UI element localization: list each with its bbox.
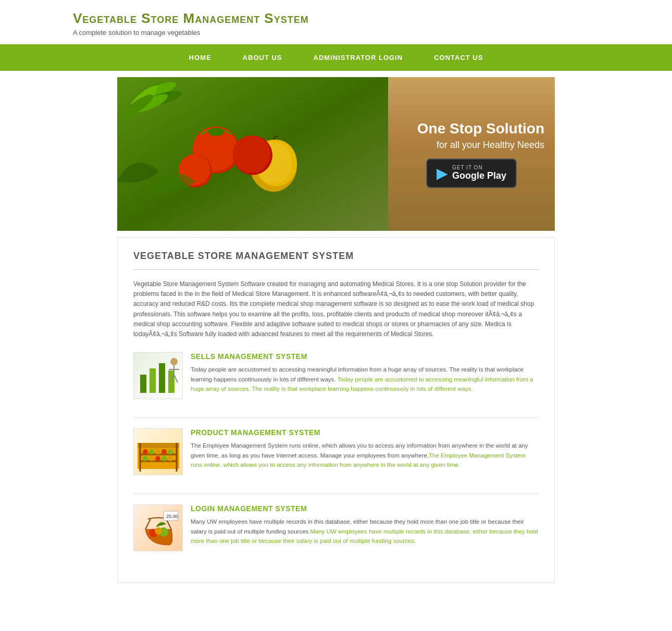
- feature-sells-desc: Today people are accustomed to accessing…: [191, 365, 539, 393]
- get-it-on-label: GET IT ON: [452, 165, 506, 170]
- svg-point-21: [170, 358, 178, 365]
- svg-point-33: [161, 449, 167, 454]
- svg-rect-27: [138, 443, 179, 448]
- play-store-icon: ▶: [437, 165, 448, 182]
- feature-login: 25.00 LOGIN MANAGEMENT SYSTEM Many UW em…: [133, 504, 539, 556]
- hero-vegetables-illustration: [117, 77, 388, 231]
- svg-point-39: [168, 456, 173, 461]
- svg-point-34: [168, 449, 173, 454]
- divider-2: [133, 493, 539, 494]
- svg-point-14: [233, 135, 270, 173]
- navigation: HOME ABOUT US ADMINISTRATOR LOGIN CONTAC…: [0, 44, 672, 71]
- svg-point-12: [208, 128, 224, 136]
- svg-line-42: [145, 519, 151, 529]
- svg-rect-19: [159, 363, 165, 393]
- feature-sells-content: SELLS MANAGEMENT SYSTEM Today people are…: [191, 352, 539, 399]
- feature-login-image: 25.00: [133, 504, 183, 551]
- nav-about[interactable]: ABOUT US: [227, 44, 298, 71]
- svg-point-35: [143, 456, 148, 461]
- nav-admin-login[interactable]: ADMINISTRATOR LOGIN: [298, 44, 419, 71]
- sells-illustration: [135, 354, 182, 398]
- hero-cta-area: One Stop Solution for all your Healthy N…: [388, 77, 555, 231]
- svg-line-25: [174, 375, 178, 382]
- site-title: Vegetable Store Management System: [73, 10, 599, 27]
- feature-product-title: PRODUCT MANAGEMENT SYSTEM: [191, 428, 539, 437]
- hero-image-left: [117, 77, 388, 231]
- svg-point-37: [155, 456, 160, 461]
- feature-login-title: LOGIN MANAGEMENT SYSTEM: [191, 504, 539, 513]
- feature-sells-image: [133, 352, 183, 399]
- hero-headline: One Stop Solution: [399, 120, 544, 137]
- hero-banner: One Stop Solution for all your Healthy N…: [117, 77, 555, 231]
- feature-product-content: PRODUCT MANAGEMENT SYSTEM The Employee M…: [191, 428, 539, 475]
- svg-point-46: [155, 527, 162, 535]
- svg-text:25.00: 25.00: [166, 514, 178, 519]
- main-content: VEGETABLE STORE MANAGEMENT SYSTEM Vegeta…: [117, 237, 555, 583]
- google-play-label: Google Play: [452, 170, 506, 181]
- svg-point-32: [155, 449, 160, 454]
- svg-point-38: [161, 456, 167, 461]
- feature-product-image: [133, 428, 183, 475]
- site-subtitle: A complete solution to manage vegetables: [73, 29, 599, 36]
- login-illustration: 25.00: [135, 506, 182, 550]
- google-play-button[interactable]: ▶ GET IT ON Google Play: [426, 158, 517, 188]
- svg-rect-18: [150, 368, 156, 393]
- feature-sells-title: SELLS MANAGEMENT SYSTEM: [191, 352, 539, 361]
- svg-point-31: [149, 449, 154, 454]
- intro-paragraph: Vegetable Store Management System Softwa…: [133, 279, 539, 339]
- svg-point-30: [143, 449, 148, 454]
- product-illustration: [135, 430, 182, 474]
- feature-sells: SELLS MANAGEMENT SYSTEM Today people are…: [133, 352, 539, 404]
- feature-product-desc: The Employee Management System runs onli…: [191, 441, 539, 469]
- divider-1: [133, 417, 539, 418]
- nav-home[interactable]: HOME: [173, 44, 227, 71]
- play-store-text: GET IT ON Google Play: [452, 165, 506, 181]
- svg-point-36: [149, 456, 154, 461]
- hero-subheadline: for all your Healthy Needs: [399, 140, 544, 151]
- svg-rect-17: [140, 375, 146, 393]
- feature-product: PRODUCT MANAGEMENT SYSTEM The Employee M…: [133, 428, 539, 480]
- header: Vegetable Store Management System A comp…: [0, 0, 672, 44]
- feature-login-content: LOGIN MANAGEMENT SYSTEM Many UW employee…: [191, 504, 539, 551]
- nav-contact[interactable]: CONTACT US: [418, 44, 499, 71]
- section-title: VEGETABLE STORE MANAGEMENT SYSTEM: [133, 251, 539, 270]
- feature-login-desc: Many UW employees have multiple records …: [191, 517, 539, 546]
